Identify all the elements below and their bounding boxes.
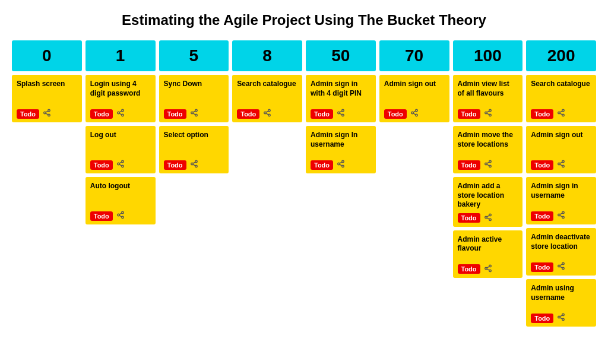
svg-line-24 xyxy=(193,111,195,112)
card-title: Admin add a store location bakery xyxy=(458,182,518,210)
todo-badge[interactable]: Todo xyxy=(458,109,480,119)
svg-point-81 xyxy=(558,214,560,216)
column-header-70: 70 xyxy=(379,40,449,71)
todo-badge[interactable]: Todo xyxy=(458,160,480,170)
svg-point-10 xyxy=(122,160,124,163)
column-header-100: 100 xyxy=(453,40,523,71)
card-card-1-1: Login using 4 digit passwordTodo xyxy=(86,75,156,122)
todo-badge[interactable]: Todo xyxy=(384,109,407,119)
share-icon[interactable] xyxy=(557,160,565,170)
svg-point-47 xyxy=(416,114,418,116)
svg-point-60 xyxy=(489,214,491,216)
card-card-200-2: Admin sign outTodo xyxy=(526,126,596,173)
todo-badge[interactable]: Todo xyxy=(311,160,333,170)
column-1: 1Login using 4 digit passwordTodoLog out… xyxy=(86,40,156,224)
share-icon[interactable] xyxy=(116,109,125,119)
svg-line-64 xyxy=(487,216,489,217)
svg-point-82 xyxy=(562,216,565,219)
share-icon[interactable] xyxy=(190,109,198,119)
svg-line-88 xyxy=(560,267,562,268)
column-8: 8Search catalogueTodo xyxy=(232,40,302,122)
column-5: 5Sync DownTodoSelect optionTodo xyxy=(159,40,229,173)
share-icon[interactable] xyxy=(43,109,51,119)
todo-badge[interactable]: Todo xyxy=(17,109,39,119)
share-icon[interactable] xyxy=(484,213,492,223)
svg-point-32 xyxy=(268,114,271,116)
card-card-100-1: Admin view list of all flavoursTodo xyxy=(453,75,523,122)
todo-badge[interactable]: Todo xyxy=(90,160,113,170)
share-icon[interactable] xyxy=(484,109,492,119)
svg-point-41 xyxy=(338,163,340,165)
svg-line-18 xyxy=(119,216,122,217)
svg-line-3 xyxy=(46,113,48,115)
share-icon[interactable] xyxy=(116,211,125,221)
todo-badge[interactable]: Todo xyxy=(531,314,553,323)
svg-point-35 xyxy=(342,109,344,112)
svg-line-4 xyxy=(46,111,48,112)
card-card-50-2: Admin sign In usernameTodo xyxy=(306,126,376,173)
svg-line-93 xyxy=(560,318,562,319)
svg-point-90 xyxy=(562,314,565,316)
svg-line-84 xyxy=(560,213,562,214)
todo-badge[interactable]: Todo xyxy=(531,211,553,221)
card-title: Admin sign in with 4 digit PIN xyxy=(311,80,371,98)
share-icon[interactable] xyxy=(337,109,345,119)
svg-line-59 xyxy=(487,162,489,163)
todo-badge[interactable]: Todo xyxy=(311,109,333,119)
svg-point-15 xyxy=(122,211,124,214)
svg-line-28 xyxy=(193,164,195,166)
todo-badge[interactable]: Todo xyxy=(531,160,553,170)
card-title: Admin deactivate store location xyxy=(531,233,591,251)
svg-line-58 xyxy=(487,164,489,166)
card-title: Admin move the store locations xyxy=(458,131,518,149)
card-title: Admin active flavour xyxy=(458,235,518,254)
svg-line-69 xyxy=(487,267,489,268)
share-icon[interactable] xyxy=(557,262,565,272)
share-icon[interactable] xyxy=(263,109,271,119)
card-card-200-1: Search catalogueTodo xyxy=(526,75,596,122)
column-header-0: 0 xyxy=(12,40,82,71)
svg-point-66 xyxy=(484,267,487,270)
todo-badge[interactable]: Todo xyxy=(164,160,186,170)
card-card-5-2: Select optionTodo xyxy=(159,126,229,173)
svg-line-63 xyxy=(487,218,489,219)
todo-badge[interactable]: Todo xyxy=(458,264,480,274)
svg-point-46 xyxy=(411,112,414,114)
svg-point-62 xyxy=(489,219,491,221)
todo-badge[interactable]: Todo xyxy=(90,109,113,119)
svg-line-13 xyxy=(119,164,122,166)
todo-badge[interactable]: Todo xyxy=(458,213,480,223)
svg-point-12 xyxy=(122,165,124,167)
share-icon[interactable] xyxy=(484,160,492,170)
share-icon[interactable] xyxy=(190,160,198,170)
svg-line-39 xyxy=(340,111,342,112)
card-title: Splash screen xyxy=(17,80,77,89)
svg-point-92 xyxy=(562,318,565,321)
card-title: Search catalogue xyxy=(237,80,297,89)
card-card-200-3: Admin sign in usernameTodo xyxy=(526,177,596,224)
todo-badge[interactable]: Todo xyxy=(237,109,259,119)
svg-point-70 xyxy=(562,109,565,112)
todo-badge[interactable]: Todo xyxy=(90,211,113,221)
share-icon[interactable] xyxy=(337,160,345,170)
share-icon[interactable] xyxy=(557,313,565,323)
svg-point-67 xyxy=(489,270,491,272)
todo-badge[interactable]: Todo xyxy=(164,109,186,119)
card-card-200-4: Admin deactivate store locationTodo xyxy=(526,228,596,276)
column-header-5: 5 xyxy=(159,40,229,71)
share-icon[interactable] xyxy=(116,160,125,170)
svg-point-7 xyxy=(122,114,124,116)
svg-point-37 xyxy=(342,114,344,116)
column-header-8: 8 xyxy=(232,40,302,71)
share-icon[interactable] xyxy=(410,109,419,119)
todo-badge[interactable]: Todo xyxy=(531,262,553,272)
column-header-1: 1 xyxy=(86,40,156,71)
svg-line-38 xyxy=(340,113,342,115)
card-card-100-3: Admin add a store location bakeryTodo xyxy=(453,177,523,227)
card-title: Admin sign In username xyxy=(311,131,371,149)
svg-point-27 xyxy=(195,165,197,167)
share-icon[interactable] xyxy=(557,211,565,221)
share-icon[interactable] xyxy=(557,109,565,119)
todo-badge[interactable]: Todo xyxy=(531,109,553,119)
share-icon[interactable] xyxy=(484,264,492,274)
